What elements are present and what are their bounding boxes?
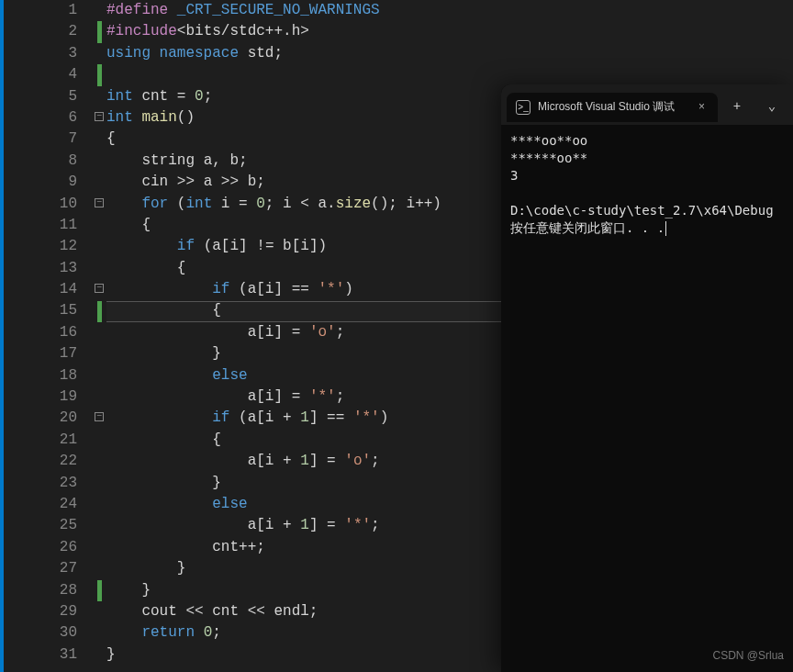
fold-toggle-icon[interactable]: −: [95, 198, 104, 207]
terminal-icon: >_: [516, 100, 531, 115]
line-number: 8: [0, 151, 77, 172]
fold-column[interactable]: −−−−: [92, 0, 106, 672]
fold-toggle-icon[interactable]: −: [95, 284, 104, 293]
modified-line-marker: [97, 64, 102, 85]
activity-bar-accent: [0, 0, 4, 672]
modified-line-marker: [97, 21, 102, 42]
chevron-down-icon: ⌄: [768, 96, 776, 118]
line-number: 5: [0, 86, 77, 107]
line-number: 7: [0, 129, 77, 150]
close-icon[interactable]: ×: [695, 96, 709, 118]
line-number: 21: [0, 430, 77, 451]
terminal-tab-title: Microsoft Visual Studio 调试: [538, 96, 675, 118]
line-number: 15: [0, 300, 77, 321]
line-number: 30: [0, 622, 77, 644]
line-number: 17: [0, 343, 77, 364]
fold-toggle-icon[interactable]: −: [95, 112, 104, 121]
code-line[interactable]: using namespace std;: [106, 43, 793, 64]
line-number: 10: [0, 194, 77, 215]
line-number: 14: [0, 279, 77, 300]
line-number: 24: [0, 494, 77, 515]
line-number: 22: [0, 451, 77, 472]
new-tab-button[interactable]: +: [721, 93, 753, 122]
terminal-output[interactable]: ****oo**oo ******oo** 3 D:\code\c-study\…: [501, 125, 793, 244]
line-number: 25: [0, 515, 77, 536]
fold-toggle-icon[interactable]: −: [95, 412, 104, 421]
terminal-window[interactable]: >_ Microsoft Visual Studio 调试 × + ⌄ ****…: [501, 84, 793, 672]
line-number: 13: [0, 258, 77, 279]
line-number: 31: [0, 644, 77, 666]
line-number-gutter: 1234567891011121314151617181920212223242…: [0, 0, 92, 672]
line-number: 2: [0, 21, 77, 42]
tab-dropdown-button[interactable]: ⌄: [756, 93, 787, 122]
line-number: 18: [0, 365, 77, 386]
line-number: 26: [0, 537, 77, 558]
line-number: 23: [0, 473, 77, 494]
line-number: 3: [0, 43, 77, 64]
line-number: 16: [0, 322, 77, 343]
plus-icon: +: [733, 96, 741, 118]
terminal-tab-bar: >_ Microsoft Visual Studio 调试 × + ⌄: [501, 84, 793, 125]
line-number: 4: [0, 64, 77, 85]
code-line[interactable]: #define _CRT_SECURE_NO_WARNINGS: [106, 0, 793, 21]
line-number: 19: [0, 386, 77, 408]
line-number: 20: [0, 408, 77, 429]
line-number: 9: [0, 172, 77, 193]
line-number: 27: [0, 558, 77, 579]
modified-line-marker: [97, 580, 102, 601]
line-number: 29: [0, 601, 77, 622]
line-number: 28: [0, 580, 77, 601]
line-number: 1: [0, 0, 77, 21]
line-number: 6: [0, 107, 77, 129]
code-line[interactable]: [106, 64, 793, 85]
modified-line-marker: [97, 301, 102, 322]
line-number: 11: [0, 215, 77, 236]
watermark: CSDN @Srlua: [712, 645, 784, 666]
code-line[interactable]: #include<bits/stdc++.h>: [106, 21, 793, 42]
line-number: 12: [0, 236, 77, 257]
terminal-tab-active[interactable]: >_ Microsoft Visual Studio 调试 ×: [507, 93, 718, 122]
